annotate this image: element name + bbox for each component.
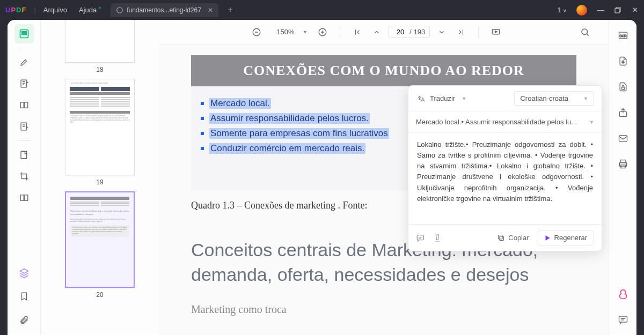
ai-assistant-button[interactable]: [615, 287, 631, 303]
svg-rect-26: [500, 236, 504, 241]
window-count[interactable]: 1 ∨: [557, 6, 567, 14]
translate-source-row[interactable]: Mercado local.• Assumir responsabilidade…: [408, 111, 602, 133]
thumbnail-18[interactable]: Lorem ipsum dolor sit amet consectetur a…: [65, 20, 135, 73]
tab-close-icon[interactable]: ✕: [208, 6, 213, 14]
user-avatar[interactable]: [576, 5, 587, 16]
svg-rect-1: [615, 9, 619, 13]
text-tool[interactable]: [14, 95, 34, 115]
highlight-result-button[interactable]: [433, 233, 442, 243]
svg-rect-7: [24, 102, 27, 108]
next-page-button[interactable]: [434, 25, 449, 40]
minimize-button[interactable]: —: [597, 6, 604, 14]
attachment-button[interactable]: [14, 310, 34, 330]
redact-tool[interactable]: [14, 145, 34, 165]
svg-rect-9: [21, 151, 27, 159]
page-total: 193: [414, 28, 426, 36]
presentation-button[interactable]: [488, 25, 503, 40]
document-tab[interactable]: fundamentos...eting-ld267 ✕: [111, 3, 218, 17]
target-language-label: Croatian-croata: [520, 94, 568, 102]
svg-rect-4: [21, 34, 26, 35]
svg-rect-25: [417, 235, 423, 240]
doc-banner: CONEXÕES COM O MUNDO AO REDOR: [191, 55, 576, 86]
right-tool-rail: OCR: [609, 20, 636, 335]
thumbnails-panel-button[interactable]: [14, 24, 34, 43]
page-indicator[interactable]: / 193: [389, 26, 430, 38]
thumbnails-panel: Lorem ipsum dolor sit amet consectetur a…: [41, 20, 159, 335]
doc-item-3[interactable]: Somente para empresas com fins lucrativo…: [209, 128, 389, 139]
protect-button[interactable]: [615, 79, 631, 95]
layers-button[interactable]: [14, 263, 34, 282]
share-button[interactable]: [615, 105, 631, 121]
left-tool-rail: [8, 20, 41, 335]
ocr-button[interactable]: OCR: [615, 27, 631, 43]
svg-text:OCR: OCR: [619, 34, 626, 38]
crop-tool[interactable]: [14, 167, 34, 186]
export-button[interactable]: [615, 53, 631, 69]
svg-rect-5: [21, 80, 27, 87]
svg-rect-27: [499, 235, 503, 240]
translate-panel-header: Traduzir ▼ Croatian-croata ▼: [408, 86, 602, 111]
highlighter-tool[interactable]: [14, 53, 34, 72]
first-page-button[interactable]: [350, 25, 365, 40]
translate-icon: [416, 94, 426, 103]
chevron-down-icon: ▼: [583, 96, 588, 101]
thumbnail-19[interactable]: Lorem ipsum dolor sit amet consectetur a…: [65, 79, 135, 186]
svg-rect-6: [20, 102, 24, 108]
divider: |: [34, 6, 35, 14]
svg-point-0: [117, 7, 123, 13]
stamp-tool[interactable]: [14, 188, 34, 207]
svg-rect-3: [21, 32, 26, 33]
print-button[interactable]: [615, 156, 631, 172]
translate-panel: Traduzir ▼ Croatian-croata ▼ Mercado loc…: [408, 85, 602, 251]
translate-panel-footer: Copiar Regenerar: [408, 224, 602, 251]
doc-item-2[interactable]: Assumir responsabilidade pelos lucros.: [209, 113, 370, 124]
thumbnail-label: 18: [65, 66, 135, 73]
doc-subheading: Marketing como troca: [191, 303, 576, 316]
svg-point-15: [582, 29, 588, 35]
bookmark-button[interactable]: [14, 287, 34, 306]
chat-button[interactable]: [615, 311, 631, 327]
close-button[interactable]: ✕: [631, 6, 639, 14]
translate-source-text: Mercado local.• Assumir responsabilidade…: [416, 118, 577, 126]
translate-output[interactable]: Lokalno tržište.• Preuzimanje odgovornos…: [408, 133, 602, 224]
doc-item-1[interactable]: Mercado local.: [209, 98, 271, 109]
play-icon: [544, 234, 551, 242]
search-button[interactable]: [577, 25, 592, 40]
svg-rect-20: [619, 136, 627, 142]
zoom-dropdown-icon[interactable]: ▼: [303, 29, 308, 35]
thumbnail-label: 20: [65, 291, 135, 299]
regenerate-label: Regenerar: [554, 234, 587, 242]
thumbnail-label: 19: [65, 178, 135, 186]
chevron-down-icon: ▼: [589, 120, 594, 125]
add-tab-button[interactable]: ＋: [226, 4, 235, 16]
zoom-in-button[interactable]: [315, 25, 330, 40]
target-language-select[interactable]: Croatian-croata ▼: [514, 91, 594, 106]
chevron-down-icon[interactable]: ▼: [462, 96, 466, 101]
note-tool[interactable]: [14, 74, 34, 93]
maximize-button[interactable]: [614, 7, 621, 13]
prev-page-button[interactable]: [369, 25, 384, 40]
form-tool[interactable]: [14, 117, 34, 136]
copy-button[interactable]: Copiar: [497, 234, 529, 242]
titlebar: UPDF | Arquivo Ajuda fundamentos...eting…: [0, 0, 644, 20]
copy-label: Copiar: [508, 234, 529, 242]
page-sep: /: [409, 28, 412, 36]
document-tab-icon: [116, 6, 123, 14]
feedback-button[interactable]: [416, 233, 426, 243]
viewer-toolbar: 150% ▼ / 193: [159, 20, 609, 44]
zoom-value[interactable]: 150%: [274, 28, 297, 36]
translate-action-label[interactable]: Traduzir: [430, 94, 455, 102]
svg-rect-10: [20, 195, 24, 201]
last-page-button[interactable]: [453, 25, 469, 40]
thumbnail-20[interactable]: Conceitos centrais de Marketing = mercad…: [65, 191, 135, 299]
svg-rect-11: [24, 195, 27, 201]
document-tab-title: fundamentos...eting-ld267: [127, 6, 201, 14]
menu-help[interactable]: Ajuda: [79, 6, 97, 14]
menu-file[interactable]: Arquivo: [43, 6, 67, 14]
svg-rect-21: [620, 160, 626, 163]
regenerate-button[interactable]: Regenerar: [537, 230, 594, 245]
zoom-out-button[interactable]: [249, 25, 264, 40]
page-current-input[interactable]: [393, 28, 407, 36]
email-button[interactable]: [615, 130, 631, 146]
doc-item-4[interactable]: Conduzir comércio em mercado reais.: [209, 143, 365, 154]
